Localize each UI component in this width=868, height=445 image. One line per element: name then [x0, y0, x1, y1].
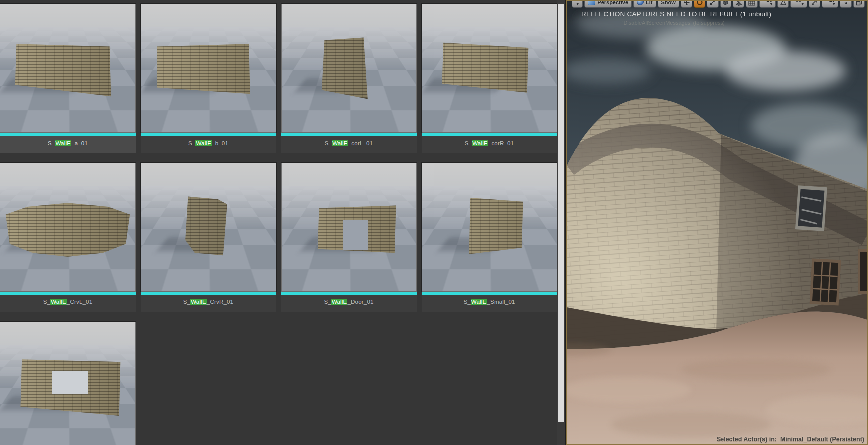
thumb-sky: [0, 4, 135, 27]
asset-type-bar: [422, 292, 557, 295]
selected-actor-status: Selected Actor(s) in: Minimal_Default (P…: [717, 436, 864, 443]
scale-icon: [709, 0, 716, 6]
asset-type-bar: [281, 133, 417, 136]
asset-type-bar: [141, 133, 276, 136]
window-opening: [52, 371, 88, 394]
asset-label: S_WallE_a_01: [0, 136, 136, 153]
coordinate-system-button[interactable]: [720, 0, 731, 8]
asset-tile-walle-window[interactable]: [0, 322, 136, 445]
asset-thumbnail: [422, 4, 557, 133]
scale-snapping-button[interactable]: [809, 0, 820, 8]
thumb-sky: [0, 163, 135, 186]
surface-snapping-button[interactable]: [733, 0, 744, 8]
toolbar-overflow-button[interactable]: »: [840, 0, 851, 8]
rotation-snapping-button[interactable]: [777, 0, 789, 8]
content-browser-scrollbar-track[interactable]: [557, 0, 565, 445]
surface-snap-icon: [735, 0, 742, 6]
asset-label: S_WallE_CrvR_01: [141, 295, 276, 312]
barred-window-partial: [858, 249, 867, 294]
asset-thumbnail: [281, 163, 417, 292]
rotate-icon: [696, 0, 703, 6]
barred-window: [810, 258, 841, 305]
thumb-sky: [141, 4, 276, 27]
level-viewport[interactable]: ▾ Perspective Lit Show 10▾ 90°▾ 10▾: [566, 0, 868, 445]
door-opening: [343, 220, 368, 250]
viewport-options-dropdown[interactable]: ▾: [572, 0, 583, 8]
rotate-tool-button[interactable]: [694, 0, 705, 8]
asset-label: S_WallE_corL_01: [281, 136, 417, 153]
asset-thumbnail: [0, 322, 136, 445]
viewport-scene[interactable]: [567, 1, 867, 444]
angle-snap-icon: [780, 0, 787, 6]
asset-thumbnail: [281, 4, 417, 133]
asset-label: S_WallE_Door_01: [281, 295, 417, 312]
asset-type-bar: [281, 292, 417, 295]
scale-snap-icon: [811, 0, 818, 6]
asset-tile-walle-a[interactable]: S_WallE_a_01: [0, 4, 136, 156]
asset-type-bar: [141, 292, 276, 295]
scale-tool-button[interactable]: [707, 0, 718, 8]
thumb-sky: [0, 322, 135, 345]
asset-label: S_WallE_b_01: [141, 136, 276, 153]
asset-label: S_WallE_CrvL_01: [0, 295, 136, 312]
asset-thumbnail: [141, 163, 276, 292]
asset-tile-walle-crvr[interactable]: S_WallE_CrvR_01: [141, 163, 276, 315]
asset-tile-walle-door[interactable]: S_WallE_Door_01: [281, 163, 417, 315]
asset-label: S_WallE_corR_01: [422, 136, 557, 153]
content-browser-scrollbar-thumb[interactable]: [558, 4, 564, 422]
asset-type-bar: [422, 133, 557, 136]
reflection-captures-warning: REFLECTION CAPTURES NEED TO BE REBUILT (…: [581, 10, 766, 18]
lit-sphere-icon: [637, 0, 644, 5]
asset-thumbnail: [422, 163, 557, 292]
perspective-button[interactable]: Perspective: [584, 0, 632, 8]
asset-tile-walle-crvl[interactable]: S_WallE_CrvL_01: [0, 163, 136, 315]
grid-snap-value-button[interactable]: 10▾: [759, 0, 776, 8]
move-icon: [683, 0, 690, 6]
asset-tile-walle-b[interactable]: S_WallE_b_01: [141, 4, 276, 156]
wall-sign: [795, 185, 827, 231]
grid-snap-icon: [748, 0, 755, 6]
world-cube-icon: [722, 0, 729, 6]
asset-thumbnail: [141, 4, 276, 133]
scale-snap-value-button[interactable]: 10▾: [822, 0, 838, 8]
thumb-sky: [141, 163, 276, 186]
maximize-viewport-button[interactable]: [853, 0, 865, 8]
rotation-snap-value-button[interactable]: 90°▾: [790, 0, 807, 8]
asset-tile-walle-corl[interactable]: S_WallE_corL_01: [281, 4, 417, 156]
thumb-sky: [422, 4, 557, 27]
asset-type-bar: [0, 292, 136, 295]
content-browser-panel: S_WallE_a_01 S_WallE_b_01: [0, 0, 557, 445]
maximize-icon: [856, 0, 862, 6]
translate-tool-button[interactable]: [681, 0, 692, 8]
thumb-sky: [422, 163, 557, 186]
asset-tile-walle-corr[interactable]: S_WallE_corR_01: [422, 4, 557, 156]
asset-label: S_WallE_Small_01: [422, 295, 557, 312]
perspective-icon: [588, 0, 595, 5]
asset-tile-walle-small[interactable]: S_WallE_Small_01: [422, 163, 557, 315]
viewport-toolbar: ▾ Perspective Lit Show 10▾ 90°▾ 10▾: [572, 0, 865, 8]
asset-thumbnail: [0, 4, 136, 133]
show-flags-button[interactable]: Show: [658, 0, 679, 8]
grid-snapping-button[interactable]: [746, 0, 757, 8]
view-mode-lit-button[interactable]: Lit: [633, 0, 656, 8]
asset-type-bar: [0, 133, 136, 136]
thumb-sky: [282, 4, 416, 27]
asset-thumbnail: [0, 163, 136, 292]
asset-grid: S_WallE_a_01 S_WallE_b_01: [0, 4, 557, 445]
thumb-sky: [282, 163, 416, 186]
faded-screen-message: 'DisableAllScreenMessages' (to suppress): [581, 20, 766, 26]
